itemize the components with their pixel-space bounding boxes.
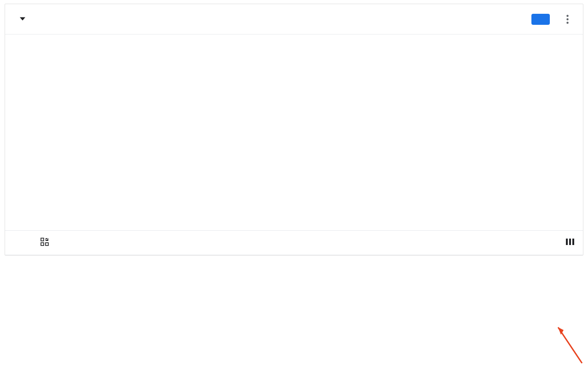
svg-line-10 <box>558 327 582 363</box>
svg-rect-7 <box>566 239 568 245</box>
legend-header <box>5 230 583 255</box>
columns-icon[interactable] <box>565 238 575 247</box>
chart-toolbar <box>5 4 583 34</box>
view-mode-select[interactable] <box>12 12 30 26</box>
caret-down-icon <box>20 15 25 23</box>
query-chips <box>5 34 583 45</box>
svg-rect-9 <box>572 239 574 245</box>
svg-point-0 <box>566 15 569 17</box>
chart-plot[interactable] <box>9 47 579 222</box>
group-by-icon <box>40 237 49 248</box>
svg-rect-3 <box>41 238 44 241</box>
svg-rect-8 <box>569 239 571 245</box>
annotation-arrow-icon <box>554 322 587 365</box>
svg-point-1 <box>566 18 569 20</box>
more-menu-button[interactable] <box>559 11 576 28</box>
svg-marker-11 <box>558 327 564 335</box>
svg-rect-4 <box>41 243 44 245</box>
svg-point-2 <box>566 22 569 24</box>
chart-canvas <box>9 47 579 222</box>
more-vert-icon <box>566 15 569 24</box>
svg-rect-5 <box>46 243 48 245</box>
save-chart-button[interactable] <box>531 14 550 25</box>
timezone-select[interactable] <box>509 16 522 23</box>
